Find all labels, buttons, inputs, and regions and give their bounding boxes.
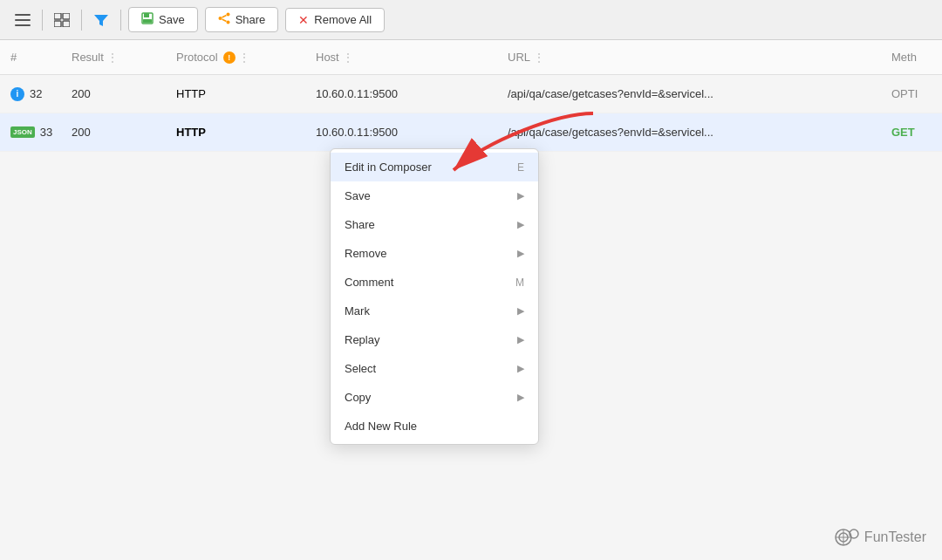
svg-point-11 bbox=[218, 17, 222, 20]
svg-line-15 bbox=[222, 19, 226, 22]
menu-item-right: ▶ bbox=[517, 334, 524, 345]
svg-rect-4 bbox=[63, 13, 70, 19]
menu-item-label: Replay bbox=[345, 333, 379, 346]
remove-icon: ✕ bbox=[298, 13, 309, 27]
menu-item-edit-in-composer[interactable]: Edit in ComposerE bbox=[331, 153, 538, 181]
share-label: Share bbox=[236, 13, 266, 26]
row-protocol-32: HTTP bbox=[166, 87, 305, 100]
menu-shortcut: M bbox=[515, 277, 524, 289]
row-url-32: /api/qa/case/getcases?envId=&servicel... bbox=[497, 87, 881, 100]
row-num-32: i 32 bbox=[0, 87, 61, 101]
menu-item-label: Remove bbox=[345, 247, 386, 260]
col-header-protocol: Protocol ! ⋮ bbox=[166, 51, 305, 64]
row-result-32: 200 bbox=[61, 87, 166, 100]
svg-rect-0 bbox=[15, 14, 31, 16]
row-result-33: 200 bbox=[61, 126, 166, 139]
json-badge-33: JSON bbox=[10, 126, 35, 138]
context-menu: Edit in ComposerESave▶Share▶Remove▶Comme… bbox=[330, 148, 539, 445]
watermark: FunTester bbox=[835, 527, 926, 548]
svg-rect-9 bbox=[144, 13, 149, 17]
menu-item-right: E bbox=[517, 161, 524, 174]
menu-item-label: Share bbox=[345, 218, 375, 231]
svg-marker-7 bbox=[94, 15, 108, 26]
menu-item-right: ▶ bbox=[517, 363, 524, 374]
col-drag-host[interactable]: ⋮ bbox=[343, 51, 353, 64]
info-icon-32: i bbox=[10, 87, 24, 101]
svg-rect-10 bbox=[143, 19, 152, 23]
menu-item-right: ▶ bbox=[517, 392, 524, 403]
menu-icon[interactable] bbox=[10, 8, 35, 32]
svg-rect-3 bbox=[54, 13, 61, 19]
table-header: # Result ⋮ Protocol ! ⋮ Host ⋮ URL ⋮ Met… bbox=[0, 40, 942, 75]
submenu-arrow-icon: ▶ bbox=[517, 334, 524, 345]
svg-rect-2 bbox=[15, 24, 31, 26]
menu-item-share[interactable]: Share▶ bbox=[331, 210, 538, 239]
submenu-arrow-icon: ▶ bbox=[517, 392, 524, 403]
col-drag-url[interactable]: ⋮ bbox=[534, 51, 544, 64]
divider-3 bbox=[120, 10, 121, 31]
submenu-arrow-icon: ▶ bbox=[517, 305, 524, 317]
col-header-result: Result ⋮ bbox=[61, 51, 166, 64]
capture-icon[interactable] bbox=[50, 8, 74, 32]
submenu-arrow-icon: ▶ bbox=[517, 190, 524, 201]
svg-rect-5 bbox=[54, 21, 61, 27]
share-button[interactable]: Share bbox=[205, 7, 279, 32]
menu-shortcut: E bbox=[517, 161, 524, 174]
col-drag-result[interactable]: ⋮ bbox=[107, 51, 118, 64]
menu-item-copy[interactable]: Copy▶ bbox=[331, 383, 538, 412]
svg-point-12 bbox=[226, 13, 229, 17]
row-host-33: 10.60.0.11:9500 bbox=[305, 126, 497, 139]
row-host-32: 10.60.0.11:9500 bbox=[305, 87, 497, 100]
row-method-33: GET bbox=[881, 126, 942, 139]
filter-icon[interactable] bbox=[89, 8, 113, 32]
remove-all-label: Remove All bbox=[314, 13, 372, 26]
menu-item-remove[interactable]: Remove▶ bbox=[331, 239, 538, 268]
col-header-num: # bbox=[0, 51, 61, 64]
col-header-url: URL ⋮ bbox=[497, 51, 881, 64]
table-row[interactable]: JSON 33 200 HTTP 10.60.0.11:9500 /api/qa… bbox=[0, 113, 942, 152]
menu-item-mark[interactable]: Mark▶ bbox=[331, 297, 538, 325]
col-drag-protocol[interactable]: ⋮ bbox=[239, 51, 249, 64]
row-method-32: OPTI bbox=[881, 87, 942, 100]
divider-1 bbox=[42, 10, 43, 31]
menu-item-add-new-rule[interactable]: Add New Rule bbox=[331, 412, 538, 440]
submenu-arrow-icon: ▶ bbox=[517, 219, 524, 230]
menu-item-comment[interactable]: CommentM bbox=[331, 268, 538, 297]
row-url-33: /api/qa/case/getcases?envId=&servicel... bbox=[497, 126, 881, 139]
menu-item-right: ▶ bbox=[517, 219, 524, 230]
save-icon bbox=[141, 12, 154, 27]
watermark-text: FunTester bbox=[864, 529, 926, 545]
row-protocol-33: HTTP bbox=[166, 126, 305, 139]
svg-rect-6 bbox=[63, 21, 70, 27]
table-row[interactable]: i 32 200 HTTP 10.60.0.11:9500 /api/qa/ca… bbox=[0, 75, 942, 113]
save-label: Save bbox=[159, 13, 185, 26]
protocol-info-badge: ! bbox=[223, 51, 236, 64]
menu-item-label: Copy bbox=[345, 391, 371, 404]
menu-item-label: Comment bbox=[345, 276, 393, 289]
submenu-arrow-icon: ▶ bbox=[517, 248, 524, 259]
menu-item-label: Add New Rule bbox=[345, 420, 417, 433]
menu-item-right: M bbox=[515, 277, 524, 289]
row-num-33: JSON 33 bbox=[0, 126, 61, 139]
menu-item-right: ▶ bbox=[517, 190, 524, 201]
svg-rect-1 bbox=[15, 19, 31, 21]
toolbar: Save Share ✕ Remove All bbox=[0, 0, 942, 40]
col-header-host: Host ⋮ bbox=[305, 51, 497, 64]
menu-item-save[interactable]: Save▶ bbox=[331, 181, 538, 210]
svg-line-14 bbox=[222, 16, 226, 18]
remove-all-button[interactable]: ✕ Remove All bbox=[285, 8, 385, 32]
menu-item-right: ▶ bbox=[517, 248, 524, 259]
divider-2 bbox=[81, 10, 82, 31]
watermark-logo bbox=[835, 527, 859, 548]
menu-item-label: Save bbox=[345, 189, 371, 202]
menu-item-select[interactable]: Select▶ bbox=[331, 354, 538, 383]
submenu-arrow-icon: ▶ bbox=[517, 363, 524, 374]
share-icon bbox=[218, 12, 230, 27]
save-button[interactable]: Save bbox=[128, 7, 198, 32]
menu-item-label: Edit in Composer bbox=[345, 160, 432, 174]
menu-item-right: ▶ bbox=[517, 305, 524, 317]
menu-item-label: Mark bbox=[345, 304, 370, 318]
svg-point-13 bbox=[226, 21, 229, 24]
menu-item-label: Select bbox=[345, 362, 376, 375]
menu-item-replay[interactable]: Replay▶ bbox=[331, 325, 538, 354]
